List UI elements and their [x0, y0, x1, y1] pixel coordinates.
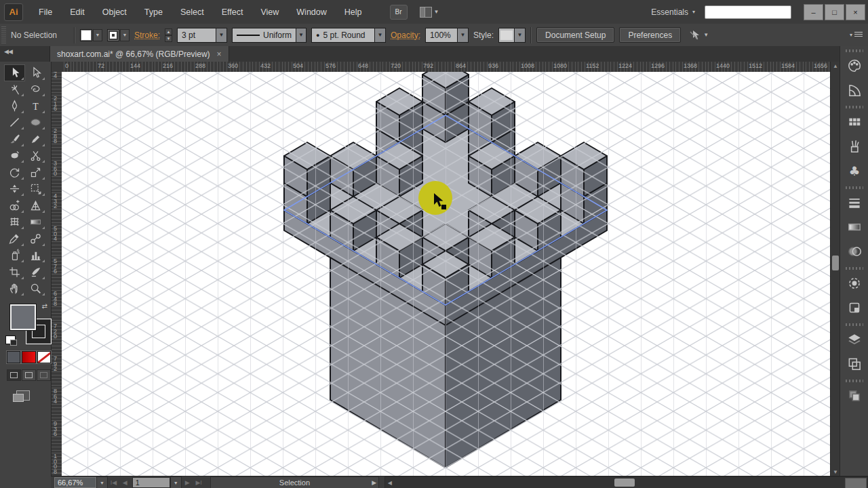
width-tool[interactable] [4, 181, 25, 198]
draw-inside-mode-button[interactable] [37, 369, 51, 381]
panel-grip[interactable] [1, 26, 6, 44]
horizontal-scrollbar[interactable]: ◀ ▶ [384, 476, 868, 488]
status-flyout-icon[interactable]: ▶ [372, 479, 376, 486]
artboards-panel-icon[interactable] [840, 352, 868, 376]
close-button[interactable]: × [846, 4, 865, 20]
menu-item-effect[interactable]: Effect [213, 0, 252, 24]
status-display[interactable]: Selection ▶ [210, 476, 380, 488]
type-tool[interactable]: T [25, 98, 46, 115]
dock-grip[interactable] [846, 323, 863, 326]
appearance-panel-icon[interactable] [840, 271, 868, 296]
vertical-scroll-thumb[interactable] [832, 256, 839, 270]
dock-grip[interactable] [846, 106, 863, 108]
document-setup-button[interactable]: Document Setup [536, 27, 614, 43]
none-button[interactable] [37, 351, 51, 363]
chevron-down-icon[interactable]: ▼ [514, 28, 525, 42]
zoom-tool[interactable] [25, 281, 46, 298]
chevron-down-icon[interactable]: ▼ [457, 28, 468, 42]
artboard-number-field[interactable]: 1 [132, 477, 170, 488]
maximize-button[interactable]: □ [825, 4, 844, 20]
horizontal-scroll-thumb[interactable] [614, 479, 635, 487]
artwork-isometric-cubes[interactable] [62, 72, 830, 476]
artboard-tool[interactable] [4, 264, 25, 281]
next-artboard-icon[interactable]: ▶ [182, 479, 193, 486]
stroke-panel-link[interactable]: Stroke: [134, 30, 160, 40]
change-screen-mode-icon[interactable] [16, 390, 30, 401]
brush-definition-combo[interactable]: ●5 pt. Round ▼ [311, 28, 386, 43]
menu-item-edit[interactable]: Edit [61, 0, 94, 24]
scroll-up-icon[interactable]: ▲ [831, 62, 840, 70]
dock-grip[interactable] [846, 186, 863, 189]
stroke-panel-icon[interactable] [840, 190, 868, 215]
dock-grip[interactable] [846, 267, 863, 270]
color-button[interactable] [7, 351, 20, 363]
blend-tool[interactable] [25, 230, 46, 247]
chevron-down-icon[interactable]: ▼ [374, 28, 385, 42]
swatches-panel-icon[interactable] [840, 110, 868, 134]
draw-behind-mode-button[interactable] [22, 369, 36, 381]
opacity-combo[interactable]: 100% ▼ [425, 28, 469, 43]
style-combo[interactable]: ▼ [498, 28, 526, 43]
artboard-dropdown-icon[interactable]: ▼ [170, 476, 182, 488]
preferences-button[interactable]: Preferences [619, 27, 681, 43]
search-input[interactable] [705, 5, 791, 19]
collapse-panels-icon[interactable]: ◀◀ [4, 48, 12, 55]
free-transform-tool[interactable] [25, 181, 46, 198]
blob-brush-tool[interactable] [4, 148, 25, 165]
color-panel-icon[interactable] [840, 54, 868, 78]
scroll-down-icon[interactable]: ▼ [831, 468, 840, 476]
stroke-weight-combo[interactable]: 3 pt ▼ [177, 28, 227, 43]
previous-artboard-icon[interactable]: ◀ [119, 479, 131, 486]
ellipse-tool[interactable] [25, 115, 46, 131]
opacity-panel-link[interactable]: Opacity: [391, 30, 420, 40]
layers-panel-icon[interactable] [840, 327, 868, 352]
perspective-grid-tool[interactable] [25, 197, 46, 214]
menu-item-file[interactable]: File [30, 0, 61, 24]
line-tool[interactable] [4, 115, 25, 131]
chevron-down-icon[interactable]: ▼ [93, 29, 102, 41]
document-tab[interactable]: shoxart.com.ai* @ 66,67% (RGB/Preview) × [50, 46, 229, 62]
chevron-down-icon[interactable]: ▼ [120, 29, 130, 41]
gradient-button[interactable] [22, 351, 35, 363]
direct-selection-tool[interactable] [25, 64, 46, 81]
scroll-left-icon[interactable]: ◀ [385, 477, 394, 488]
scissors-tool[interactable] [25, 148, 46, 165]
default-fill-stroke-icon[interactable] [5, 336, 16, 344]
pen-tool[interactable] [4, 98, 25, 115]
symbol-sprayer-tool[interactable] [4, 247, 25, 264]
stroke-weight-stepper[interactable]: ▲▼ [165, 28, 172, 42]
width-profile-combo[interactable]: Uniform ▼ [232, 28, 307, 43]
selection-tool[interactable] [4, 64, 25, 81]
control-panel-menu-icon[interactable]: ▾ [850, 32, 863, 38]
shape-builder-tool[interactable] [4, 197, 25, 214]
scale-tool[interactable] [25, 164, 46, 181]
gradient-tool[interactable] [25, 214, 46, 231]
menu-item-view[interactable]: View [252, 0, 288, 24]
menu-item-help[interactable]: Help [336, 0, 371, 24]
minimize-button[interactable]: – [804, 4, 823, 20]
links-panel-icon[interactable] [840, 384, 868, 408]
fill-color-control[interactable]: ▼ [80, 29, 102, 41]
menu-item-type[interactable]: Type [136, 0, 172, 24]
fill-color-indicator[interactable] [9, 304, 37, 331]
transparency-panel-icon[interactable] [840, 239, 868, 264]
magic-wand-tool[interactable] [4, 81, 25, 98]
draw-normal-mode-button[interactable] [7, 369, 21, 381]
zoom-dropdown-icon[interactable]: ▼ [96, 476, 108, 488]
menu-item-object[interactable]: Object [94, 0, 136, 24]
graphic-styles-panel-icon[interactable] [840, 296, 868, 320]
slice-tool[interactable] [25, 264, 46, 281]
rotate-tool[interactable] [4, 164, 25, 181]
workspace-switcher[interactable]: Essentials ▾ [651, 7, 705, 17]
menu-item-window[interactable]: Window [288, 0, 335, 24]
stroke-color-control[interactable]: ▼ [107, 29, 130, 41]
dock-grip[interactable] [846, 49, 863, 52]
hand-tool[interactable] [4, 281, 25, 298]
paintbrush-tool[interactable] [4, 131, 25, 148]
menu-item-select[interactable]: Select [172, 0, 213, 24]
vertical-scrollbar[interactable]: ▲ ▼ [830, 62, 840, 476]
pencil-tool[interactable] [25, 131, 46, 148]
swap-fill-stroke-icon[interactable]: ⇄ [42, 302, 47, 310]
chevron-down-icon[interactable]: ▼ [216, 28, 226, 42]
first-artboard-icon[interactable]: Ι◀ [108, 479, 119, 486]
